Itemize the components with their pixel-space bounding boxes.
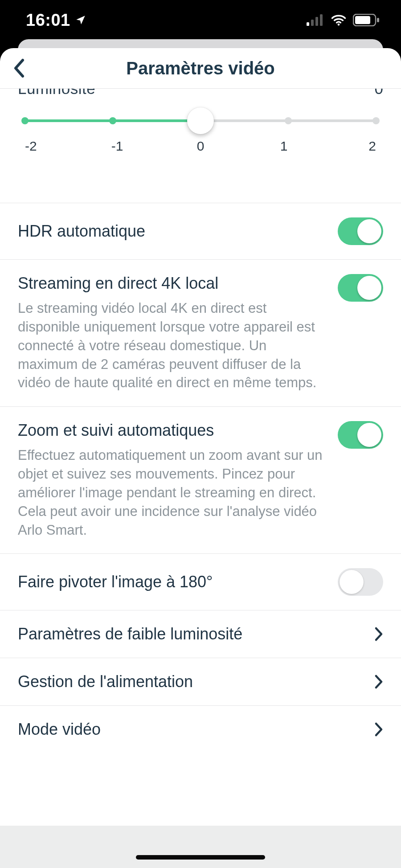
nav-bar: Paramètres vidéo xyxy=(0,48,401,88)
rotate-label: Faire pivoter l'image à 180° xyxy=(18,573,329,591)
slider-tick-label: 2 xyxy=(358,139,376,154)
status-time: 16:01 xyxy=(26,11,70,30)
svg-rect-7 xyxy=(355,16,370,24)
slider-tick-dot xyxy=(285,117,292,124)
slider-tick-dot xyxy=(372,117,380,124)
zoom-desc: Effectuez automatiquement un zoom avant … xyxy=(18,446,329,539)
row-zoom[interactable]: Zoom et suivi automatiques Effectuez aut… xyxy=(0,407,401,553)
slider-tick-label: -1 xyxy=(108,139,126,154)
settings-sheet: Paramètres vidéo Luminosité 0 -2-1012 H xyxy=(0,48,401,868)
slider-tick-dot xyxy=(21,117,29,124)
slider-tick-label: 1 xyxy=(275,139,293,154)
rotate-toggle[interactable] xyxy=(338,568,383,596)
row-mode[interactable]: Mode vidéo xyxy=(0,706,401,753)
location-icon xyxy=(75,14,86,26)
hdr-toggle[interactable] xyxy=(338,217,383,245)
lowlight-label: Paramètres de faible luminosité xyxy=(18,625,365,643)
home-indicator[interactable] xyxy=(136,855,265,860)
wifi-icon xyxy=(331,14,347,26)
chevron-right-icon xyxy=(374,626,383,642)
status-bar: 16:01 xyxy=(0,0,401,40)
chevron-left-icon xyxy=(13,58,25,78)
brightness-slider[interactable]: -2-1012 xyxy=(0,118,401,154)
chevron-right-icon xyxy=(374,674,383,689)
svg-rect-6 xyxy=(377,18,379,22)
svg-rect-0 xyxy=(307,22,309,26)
power-label: Gestion de l'alimentation xyxy=(18,672,365,691)
svg-rect-1 xyxy=(311,20,314,26)
row-hdr[interactable]: HDR automatique xyxy=(0,203,401,259)
brightness-label: Luminosité xyxy=(18,89,95,98)
slider-tick-label: 0 xyxy=(192,139,209,154)
back-button[interactable] xyxy=(8,57,30,79)
row-streaming[interactable]: Streaming en direct 4K local Le streamin… xyxy=(0,260,401,406)
cellular-icon xyxy=(307,14,324,26)
row-rotate[interactable]: Faire pivoter l'image à 180° xyxy=(0,554,401,610)
battery-icon xyxy=(353,14,380,26)
slider-tick-label: -2 xyxy=(25,139,43,154)
bottom-bar xyxy=(0,826,401,868)
hdr-label: HDR automatique xyxy=(18,222,329,241)
svg-rect-2 xyxy=(315,17,318,26)
svg-point-4 xyxy=(338,24,340,26)
streaming-desc: Le streaming vidéo local 4K en direct es… xyxy=(18,299,329,392)
mode-label: Mode vidéo xyxy=(18,720,365,739)
chevron-right-icon xyxy=(374,722,383,737)
row-lowlight[interactable]: Paramètres de faible luminosité xyxy=(0,610,401,658)
zoom-label: Zoom et suivi automatiques xyxy=(18,421,329,440)
row-power[interactable]: Gestion de l'alimentation xyxy=(0,658,401,705)
brightness-value: 0 xyxy=(375,89,383,98)
svg-rect-3 xyxy=(320,14,323,26)
slider-thumb[interactable] xyxy=(187,107,214,134)
page-title: Paramètres vidéo xyxy=(126,58,275,78)
zoom-toggle[interactable] xyxy=(338,421,383,449)
streaming-toggle[interactable] xyxy=(338,274,383,302)
streaming-label: Streaming en direct 4K local xyxy=(18,274,329,293)
slider-tick-dot xyxy=(109,117,116,124)
